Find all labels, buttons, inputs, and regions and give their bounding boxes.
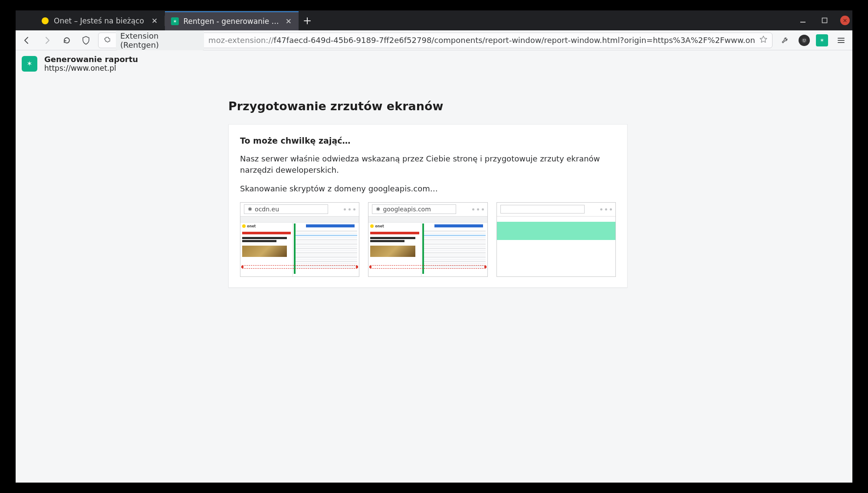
rentgen-extension-button[interactable]: ✶ bbox=[816, 34, 828, 46]
plus-icon bbox=[303, 17, 311, 25]
screenshot-preview: onet bbox=[240, 217, 359, 276]
maximize-button[interactable] bbox=[819, 14, 831, 26]
more-icon[interactable] bbox=[472, 208, 484, 210]
selection-overlay-icon bbox=[370, 265, 485, 269]
screenshot-card-loading bbox=[496, 202, 616, 277]
onet-logo-icon bbox=[242, 224, 246, 228]
card-status: Skanowanie skryptów z domeny googleapis.… bbox=[240, 183, 616, 194]
onet-logo-icon bbox=[370, 224, 374, 228]
minimize-button[interactable] bbox=[797, 14, 809, 26]
new-tab-button[interactable] bbox=[299, 11, 316, 30]
screenshot-card[interactable]: ✱ googleapis.com onet bbox=[368, 202, 487, 277]
screenshot-header: ✱ ocdn.eu bbox=[240, 203, 359, 217]
monkey-icon bbox=[801, 37, 808, 44]
screenshot-card[interactable]: ✱ ocdn.eu onet bbox=[240, 202, 359, 277]
rentgen-favicon-icon: ✶ bbox=[171, 17, 179, 26]
domain-label: ocdn.eu bbox=[255, 206, 279, 213]
forward-button[interactable] bbox=[40, 33, 54, 47]
screenshot-header bbox=[497, 203, 615, 217]
wrench-icon bbox=[781, 36, 790, 45]
reload-icon bbox=[62, 36, 71, 45]
minimize-icon bbox=[799, 17, 806, 24]
svg-point-3 bbox=[805, 39, 806, 40]
more-icon[interactable] bbox=[600, 208, 612, 210]
extension-page-button[interactable] bbox=[103, 36, 112, 45]
tab-onet[interactable]: Onet – Jesteś na bieżąco ✕ bbox=[35, 11, 165, 30]
toolbar: Extension (Rentgen) moz-extension://f47f… bbox=[16, 30, 852, 50]
window-controls: ✕ bbox=[797, 10, 850, 30]
domain-chip: ✱ googleapis.com bbox=[372, 204, 456, 214]
url-text: moz-extension://f47faecd-649d-45b6-9189-… bbox=[208, 36, 755, 45]
tab-title: Rentgen - generowanie rapo bbox=[183, 17, 280, 26]
extension-button-1[interactable] bbox=[799, 35, 810, 46]
url-bar[interactable]: Extension (Rentgen) moz-extension://f47f… bbox=[98, 33, 773, 48]
close-icon: ✕ bbox=[843, 17, 848, 24]
tab-rentgen[interactable]: ✶ Rentgen - generowanie rapo ✕ bbox=[165, 11, 299, 30]
domain-chip-empty bbox=[500, 205, 585, 214]
tracking-protection-button[interactable] bbox=[80, 34, 92, 46]
snowflake-icon: ✱ bbox=[248, 206, 252, 212]
status-card: To może chwilkę zająć… Nasz serwer właśn… bbox=[228, 124, 628, 288]
screenshots-row: ✱ ocdn.eu onet bbox=[240, 202, 616, 277]
url-path: f47faecd-649d-45b6-9189-7ff2e6f52798/com… bbox=[274, 36, 755, 45]
svg-rect-0 bbox=[822, 18, 827, 23]
page: ✶ Generowanie raportu https://www.onet.p… bbox=[16, 50, 852, 483]
screenshot-preview: onet bbox=[368, 217, 487, 276]
hamburger-icon bbox=[837, 36, 845, 45]
onet-brand: onet bbox=[247, 224, 256, 228]
selection-overlay-icon bbox=[242, 265, 357, 269]
domain-label: googleapis.com bbox=[383, 206, 431, 213]
window-close-button[interactable]: ✕ bbox=[840, 16, 850, 25]
domain-chip: ✱ ocdn.eu bbox=[244, 204, 328, 214]
screenshot-header: ✱ googleapis.com bbox=[368, 203, 487, 217]
browser-window: Onet – Jesteś na bieżąco ✕ ✶ Rentgen - g… bbox=[16, 10, 852, 483]
shield-icon bbox=[81, 36, 91, 45]
svg-point-2 bbox=[803, 39, 804, 40]
card-paragraph: Nasz serwer właśnie odwiedza wskazaną pr… bbox=[240, 153, 616, 175]
section-heading: Przygotowanie zrzutów ekranów bbox=[228, 99, 628, 113]
extension-chip[interactable]: Extension (Rentgen) bbox=[116, 30, 204, 50]
close-icon[interactable]: ✕ bbox=[150, 16, 159, 25]
onet-brand: onet bbox=[375, 224, 384, 228]
arrow-left-icon bbox=[23, 36, 31, 45]
url-scheme: moz-extension:// bbox=[208, 36, 273, 45]
devtools-button[interactable] bbox=[779, 33, 792, 47]
extension-icon bbox=[103, 36, 112, 45]
star-icon bbox=[759, 35, 768, 44]
tab-bar: Onet – Jesteś na bieżąco ✕ ✶ Rentgen - g… bbox=[16, 10, 852, 30]
arrow-right-icon bbox=[43, 36, 51, 45]
rentgen-logo-icon: ✶ bbox=[22, 56, 37, 72]
snowflake-icon: ✱ bbox=[376, 206, 380, 212]
page-header: ✶ Generowanie raportu https://www.onet.p… bbox=[22, 55, 138, 72]
page-title: Generowanie raportu bbox=[44, 55, 138, 64]
bookmark-button[interactable] bbox=[759, 35, 768, 46]
more-icon[interactable] bbox=[344, 208, 355, 210]
svg-point-1 bbox=[802, 38, 807, 43]
screenshot-placeholder bbox=[497, 217, 615, 276]
page-target-url: https://www.onet.pl bbox=[44, 64, 138, 72]
loading-bar bbox=[497, 222, 615, 240]
close-icon[interactable]: ✕ bbox=[285, 17, 293, 26]
reload-button[interactable] bbox=[60, 33, 74, 47]
onet-favicon-icon bbox=[41, 16, 49, 25]
card-title: To może chwilkę zająć… bbox=[240, 136, 616, 145]
back-button[interactable] bbox=[20, 33, 34, 47]
content-column: Przygotowanie zrzutów ekranów To może ch… bbox=[228, 99, 628, 288]
app-menu-button[interactable] bbox=[834, 33, 848, 47]
tab-title: Onet – Jesteś na bieżąco bbox=[54, 16, 146, 25]
maximize-icon bbox=[822, 17, 828, 23]
